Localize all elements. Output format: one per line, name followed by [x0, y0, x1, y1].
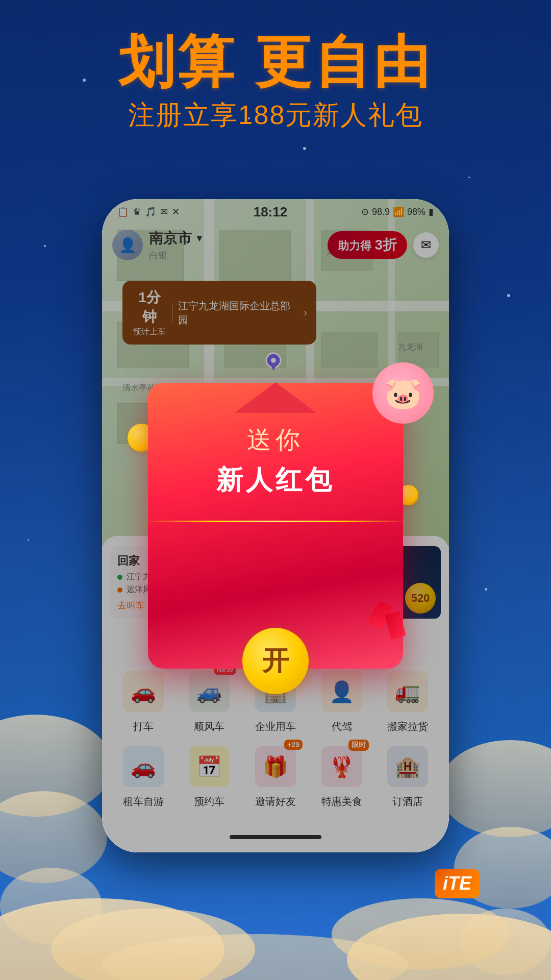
cloud-bottom-center-left — [51, 909, 255, 980]
ite-badge: iTE — [435, 869, 480, 898]
red-packet-card[interactable]: 🐷 送你 新人红包 开 — [148, 383, 403, 669]
red-packet-overlay[interactable]: ✦ ✦ ✦ 🐷 送你 新人红包 — [102, 199, 449, 852]
cloud-right-bottom — [459, 909, 551, 975]
cloud-bottom-left — [0, 898, 224, 980]
packet-fold — [235, 382, 316, 413]
hero-main-title: 划算 更自由 — [0, 31, 551, 92]
cloud-left-top — [0, 715, 112, 817]
cloud-bottom-right — [347, 914, 551, 980]
rp-main-text: 新人红包 — [216, 462, 335, 498]
phone-mockup: 九龙 九龙湖 清水亭苗路 📋 ♛ 🎵 ✉ ✕ 18:12 — [102, 199, 449, 852]
rp-open-button[interactable]: 开 — [242, 628, 309, 694]
cloud-left-mid — [0, 791, 107, 883]
red-piece-2 — [385, 611, 406, 640]
red-packet-container: ✦ ✦ ✦ 🐷 送你 新人红包 — [148, 383, 403, 669]
rp-send-text: 送你 — [247, 424, 304, 456]
cloud-left-bottom — [0, 868, 102, 944]
hero-section: 划算 更自由 注册立享188元新人礼包 — [0, 31, 551, 133]
phone-inner: 九龙 九龙湖 清水亭苗路 📋 ♛ 🎵 ✉ ✕ 18:12 — [102, 199, 449, 852]
cloud-bottom-center — [102, 934, 408, 980]
piggy-deco: 🐷 — [372, 362, 434, 424]
cloud-bottom-center-right — [332, 898, 510, 970]
hero-sub-title: 注册立享188元新人礼包 — [0, 97, 551, 133]
rp-divider-line — [143, 521, 408, 522]
cloud-right-top — [439, 740, 551, 837]
